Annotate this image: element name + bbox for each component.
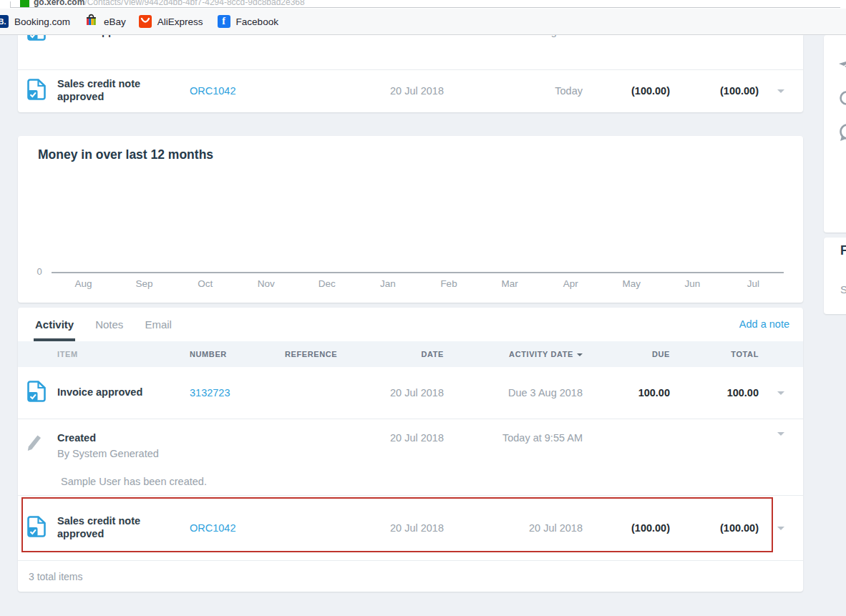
- clipped-item-text: Invoice approved: [57, 35, 142, 37]
- month-label: Apr: [540, 278, 601, 289]
- chevron-down-icon: [777, 391, 784, 395]
- url-path: /Contacts/View/9442d4bb-4bf7-4294-8ccd-9…: [84, 0, 304, 7]
- browser-window: go.xero.com/Contacts/View/9442d4bb-4bf7-…: [0, 0, 846, 616]
- partial-icon-2: [839, 90, 846, 109]
- table-body: Invoice approved 3132723 20 Jul 2018 Due…: [18, 367, 803, 592]
- invoice-approved-icon: [18, 381, 57, 405]
- activity-date-cell: 20 Jul 2018: [444, 522, 583, 534]
- header-activity-date[interactable]: ACTIVITY DATE: [444, 350, 583, 358]
- activity-date-cell: Today: [444, 85, 583, 97]
- month-label: Jan: [357, 278, 418, 289]
- x-axis-labels: Aug Sep Oct Nov Dec Jan Feb Mar Apr May …: [53, 278, 784, 289]
- bookmark-facebook[interactable]: f Facebook: [218, 15, 278, 28]
- row-expand-button[interactable]: [759, 527, 803, 530]
- total-cell: 100.00: [670, 387, 759, 399]
- row-description: Sample User has been created.: [61, 476, 803, 487]
- item-label: Sales credit note approved: [57, 78, 183, 103]
- bookmark-label: AliExpress: [157, 16, 203, 27]
- url-field-border: [10, 7, 840, 8]
- activity-card: Activity Notes Email Add a note ITEM NUM…: [18, 308, 803, 592]
- address-bar[interactable]: go.xero.com/Contacts/View/9442d4bb-4bf7-…: [0, 0, 846, 9]
- month-label: Feb: [418, 278, 479, 289]
- table-footer: 3 total items: [18, 560, 803, 592]
- document-check-icon: [27, 35, 46, 44]
- table-row-credit-note-approved: Sales credit note approved ORC1042 20 Ju…: [18, 495, 803, 560]
- url-text[interactable]: go.xero.com/Contacts/View/9442d4bb-4bf7-…: [34, 0, 305, 7]
- contact-details-card-partial: [824, 35, 846, 233]
- date-cell: 20 Jul 2018: [344, 387, 444, 399]
- chevron-down-icon: [777, 527, 784, 530]
- clipped-activity-text: Due 3 Aug 2018: [444, 35, 583, 37]
- header-number[interactable]: NUMBER: [183, 350, 279, 358]
- total-items-text: 3 total items: [29, 571, 82, 582]
- bookmark-label: Facebook: [236, 16, 278, 27]
- header-date[interactable]: DATE: [344, 350, 444, 358]
- month-label: Jul: [723, 278, 784, 289]
- table-row: Sales credit note approved ORC1042 20 Ju…: [18, 69, 803, 112]
- chevron-down-icon: [777, 432, 784, 436]
- credit-note-approved-icon: [18, 516, 57, 540]
- credit-note-number-link[interactable]: ORC1042: [183, 522, 279, 534]
- bookmark-ebay[interactable]: eBay: [84, 14, 126, 29]
- invoice-number-link[interactable]: 3132723: [183, 387, 279, 399]
- table-header-row: ITEM NUMBER REFERENCE DATE ACTIVITY DATE…: [18, 341, 803, 367]
- created-label: Created: [57, 432, 183, 445]
- booking-favicon: B.: [0, 15, 9, 28]
- table-row-created: Created By System Generated 20 Jul 2018 …: [18, 419, 803, 495]
- month-label: Mar: [480, 278, 540, 289]
- date-cell: 20 Jul 2018: [344, 85, 444, 97]
- ebay-favicon: [84, 14, 98, 29]
- bookmark-aliexpress[interactable]: AliExpress: [139, 15, 203, 28]
- document-number-link[interactable]: ORC1042: [183, 85, 279, 97]
- total-cell: (100.00): [670, 522, 759, 534]
- chevron-down-icon: [777, 89, 784, 93]
- date-cell: 20 Jul 2018: [344, 522, 444, 534]
- row-expand-button[interactable]: [759, 391, 803, 395]
- top-activity-card: Invoice approved Due 3 Aug 2018 Sales cr…: [18, 35, 803, 112]
- item-label: Invoice approved: [57, 386, 183, 399]
- clipped-row: Invoice approved Due 3 Aug 2018: [18, 35, 803, 69]
- bookmark-booking[interactable]: B. Booking.com: [0, 15, 70, 28]
- right-panel-heading-fragment: F: [840, 243, 846, 258]
- x-axis-line: [52, 272, 784, 273]
- money-in-chart-card: Money in over last 12 months 0 Aug Sep O…: [18, 136, 803, 303]
- table-row-invoice-approved: Invoice approved 3132723 20 Jul 2018 Due…: [18, 367, 803, 419]
- due-cell: (100.00): [583, 522, 670, 534]
- month-label: Nov: [235, 278, 296, 289]
- pencil-icon: [18, 432, 57, 455]
- header-total[interactable]: TOTAL: [670, 350, 759, 358]
- date-cell: 20 Jul 2018: [344, 432, 444, 444]
- item-label: Created By System Generated: [57, 432, 183, 460]
- tab-email[interactable]: Email: [143, 308, 173, 341]
- partial-icon-3: [839, 124, 846, 145]
- month-label: Aug: [53, 278, 114, 289]
- activity-date-cell: Today at 9:55 AM: [444, 432, 583, 444]
- header-item[interactable]: ITEM: [57, 350, 183, 358]
- due-cell: 100.00: [583, 387, 670, 399]
- credit-note-approved-icon: [18, 79, 57, 103]
- partial-icon-1: [839, 59, 846, 74]
- sort-caret-icon: [577, 353, 583, 356]
- activity-date-cell: Due 3 Aug 2018: [444, 387, 583, 399]
- bookmark-label: Booking.com: [14, 16, 70, 27]
- bookmarks-bar: B. Booking.com eBay A: [0, 9, 846, 35]
- tab-bar: Activity Notes Email: [34, 308, 173, 341]
- tab-notes[interactable]: Notes: [94, 308, 125, 341]
- created-subtitle: By System Generated: [57, 448, 183, 461]
- header-reference[interactable]: REFERENCE: [279, 350, 344, 358]
- month-label: May: [601, 278, 662, 289]
- item-label: Sales credit note approved: [57, 515, 183, 540]
- header-due[interactable]: DUE: [583, 350, 670, 358]
- month-label: Dec: [296, 278, 357, 289]
- add-a-note-link[interactable]: Add a note: [739, 318, 789, 330]
- bookmark-label: eBay: [104, 16, 126, 27]
- row-expand-button[interactable]: [759, 432, 803, 436]
- tab-activity[interactable]: Activity: [34, 308, 75, 341]
- chart-title: Money in over last 12 months: [38, 147, 213, 162]
- month-label: Jun: [662, 278, 723, 289]
- right-panel-card-partial: F S: [824, 238, 846, 314]
- url-host: go.xero.com: [34, 0, 84, 7]
- row-expand-button[interactable]: [759, 89, 803, 93]
- header-activity-date-label: ACTIVITY DATE: [509, 350, 573, 358]
- due-cell: (100.00): [583, 85, 670, 97]
